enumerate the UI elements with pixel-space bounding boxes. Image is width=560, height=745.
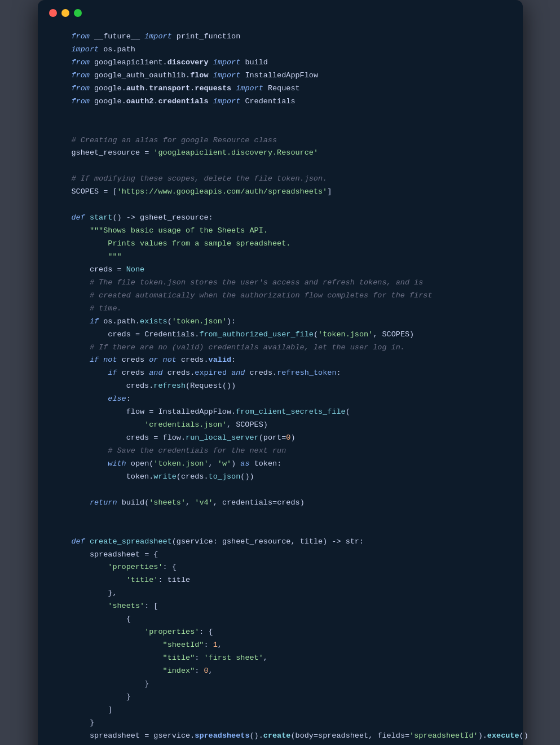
titlebar	[38, 0, 523, 25]
code-window: from __future__ import print_function im…	[38, 0, 523, 745]
minimize-dot[interactable]	[61, 9, 69, 17]
code-editor: from __future__ import print_function im…	[38, 25, 523, 745]
maximize-dot[interactable]	[74, 9, 82, 17]
close-dot[interactable]	[49, 9, 57, 17]
